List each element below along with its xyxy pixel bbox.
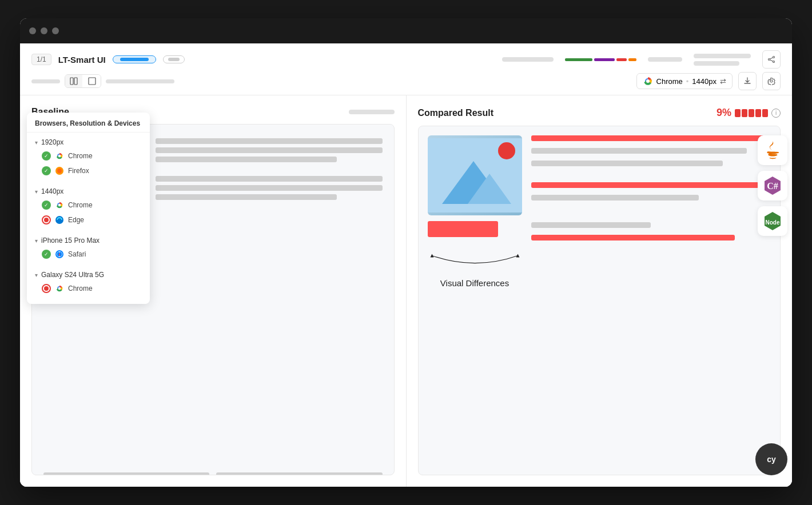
view-toggle [65, 74, 101, 88]
share-button[interactable] [762, 50, 781, 69]
svg-point-10 [646, 79, 650, 83]
btr-1 [216, 472, 382, 475]
check-1440-edge [42, 215, 51, 225]
tl-4 [156, 176, 383, 182]
info-icon[interactable]: i [771, 109, 781, 118]
svg-point-0 [773, 57, 775, 58]
item-1440-edge-label: Edge [68, 216, 84, 224]
nodejs-svg: Node [762, 211, 783, 231]
dot-close [29, 27, 36, 34]
svg-rect-7 [89, 78, 95, 85]
svg-point-28 [55, 216, 63, 224]
compared-screenshot: Visual Differences [418, 126, 781, 475]
dropdown-title: Browsers, Resolution & Devices [27, 119, 150, 133]
item-1440-chrome[interactable]: ✓ Chrome [27, 198, 150, 213]
chevron-iphone: ▾ [35, 238, 38, 244]
svg-point-2 [773, 61, 775, 63]
check-galaxy-chrome [42, 284, 51, 293]
diff-percent: 9% [717, 107, 731, 119]
svg-point-22 [58, 155, 61, 158]
svg-text:Node: Node [766, 219, 780, 226]
tl-5 [156, 185, 383, 191]
placeholder-right-1 [694, 54, 751, 58]
dtl-5 [531, 195, 699, 201]
item-iphone-safari[interactable]: ✓ Safari [27, 247, 150, 262]
titlebar [20, 18, 792, 43]
chevron-1920: ▾ [35, 139, 38, 146]
section-galaxy-header[interactable]: ▾ Galaxy S24 Ultra 5G [27, 268, 150, 281]
chrome-selector[interactable]: Chrome • 1440px ⇄ [636, 73, 733, 89]
toolbar-right: Chrome • 1440px ⇄ [636, 72, 781, 90]
top-bar-row2: Chrome • 1440px ⇄ [31, 72, 781, 90]
chrome-icon-1440 [55, 201, 63, 209]
dtl-3 [531, 161, 723, 166]
chrome-label: Chrome [656, 77, 683, 86]
tl-1 [156, 138, 383, 144]
check-1920-chrome: ✓ [42, 151, 51, 161]
dot-maximize [52, 27, 59, 34]
compared-img-placeholder [428, 135, 522, 215]
baseline-header-placeholder [349, 110, 395, 114]
download-button[interactable] [738, 72, 757, 90]
placeholder-right-2 [694, 61, 739, 66]
svg-marker-19 [516, 254, 519, 258]
main-content: Baseline [20, 95, 792, 487]
section-iphone-header[interactable]: ▾ iPhone 15 Pro Max [27, 234, 150, 247]
visual-diff-arrow [428, 249, 522, 271]
cy-label: cy [767, 455, 776, 464]
section-1440: ▾ 1440px ✓ Chrome [27, 182, 150, 231]
section-1440-header[interactable]: ▾ 1440px [27, 185, 150, 198]
page-title: LT-Smart UI [58, 55, 106, 65]
red-dot [498, 142, 515, 159]
compared-image: Visual Differences [428, 135, 522, 466]
baseline-bottom [43, 472, 383, 475]
btl-1 [43, 472, 209, 475]
item-1920-firefox[interactable]: ✓ Firefox [27, 163, 150, 178]
top-bar: 1/1 LT-Smart UI [20, 43, 792, 95]
diff-percent-value: 9% [717, 107, 731, 119]
item-galaxy-chrome[interactable]: Chrome [27, 281, 150, 296]
cypress-icon[interactable]: cy [755, 443, 787, 475]
nodejs-icon: Node [758, 206, 787, 236]
item-1440-edge[interactable]: Edge [27, 213, 150, 227]
pill-outline[interactable] [163, 55, 185, 63]
section-1920-header[interactable]: ▾ 1920px [27, 136, 150, 149]
diff-bar-1 [735, 109, 741, 117]
view-split[interactable] [65, 75, 82, 87]
item-1920-chrome[interactable]: ✓ Chrome [27, 149, 150, 163]
svg-rect-5 [70, 78, 73, 85]
svg-point-36 [58, 287, 61, 290]
chevron-1440: ▾ [35, 189, 38, 195]
section-1920: ▾ 1920px ✓ Ch [27, 133, 150, 182]
red-rect-1 [428, 221, 499, 237]
spacer3 [531, 207, 771, 219]
color-bar-orange [628, 58, 636, 61]
baseline-bottom-left [43, 472, 209, 475]
chrome-browser-icon [643, 76, 653, 86]
placeholder-line-1 [502, 57, 554, 62]
view-full[interactable] [83, 75, 101, 87]
compared-header: Compared Result 9% i [418, 107, 781, 119]
placeholder-line-2 [648, 57, 682, 62]
pill-blue-text [120, 58, 149, 61]
page-badge: 1/1 [31, 54, 51, 65]
diff-bars [735, 109, 768, 117]
csharp-icon: C# [758, 171, 787, 201]
color-bar-red [616, 58, 627, 61]
dot-separator: • [686, 77, 689, 86]
share-icon [767, 55, 775, 63]
svg-point-1 [769, 59, 770, 61]
item-1440-chrome-label: Chrome [68, 201, 93, 209]
compared-title: Compared Result [418, 108, 493, 118]
chrome-icon-galaxy [55, 284, 63, 292]
spacer [156, 166, 383, 173]
chrome-icon-1920 [55, 152, 63, 160]
svg-point-27 [58, 204, 61, 207]
java-icon [758, 135, 787, 165]
pill-blue[interactable] [113, 55, 156, 63]
swap-icon: ⇄ [720, 77, 726, 86]
check-1920-firefox: ✓ [42, 166, 51, 175]
settings-button[interactable] [762, 72, 781, 90]
check-iphone-safari: ✓ [42, 250, 51, 259]
sub-placeholder-2 [106, 79, 174, 83]
